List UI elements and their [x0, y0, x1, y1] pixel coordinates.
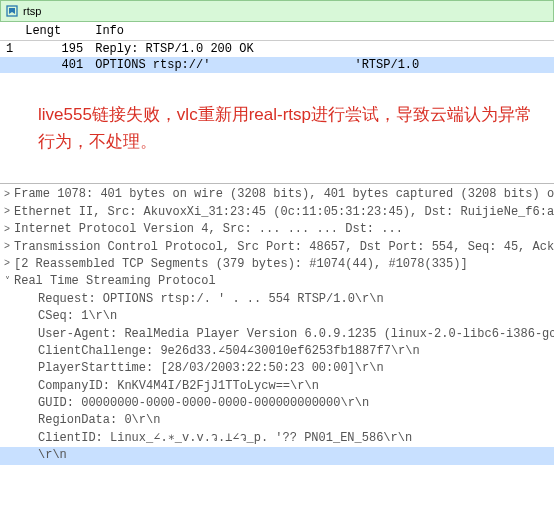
tree-branch[interactable]: >Frame 1078: 401 bytes on wire (3208 bit… [0, 186, 554, 203]
tree-text: Request: OPTIONS rtsp:/. ' . .. 554 RTSP… [14, 291, 554, 308]
packet-info: OPTIONS rtsp://' 'RTSP/1.0 [89, 57, 554, 73]
display-filter-input[interactable] [23, 5, 549, 17]
chevron-down-icon[interactable]: ˅ [0, 275, 14, 290]
packet-list-table: Lengt Info 1195Reply: RTSP/1.0 200 OK401… [0, 22, 554, 73]
tree-leaf[interactable]: PlayerStarttime: [28/03/2003:22:50:23 00… [0, 360, 554, 377]
tree-leaf[interactable]: RegionData: 0\r\n [0, 412, 554, 429]
tree-text: ClientID: Linux_∠.∗_v.v.ว.⊥∠ว_p. '?? PN0… [14, 430, 554, 447]
tree-text: Internet Protocol Version 4, Src: ... ..… [14, 221, 554, 238]
tree-text: GUID: 00000000-0000-0000-0000-0000000000… [14, 395, 554, 412]
tree-leaf[interactable]: Request: OPTIONS rtsp:/. ' . .. 554 RTSP… [0, 291, 554, 308]
chevron-right-icon[interactable]: > [0, 240, 14, 255]
tree-branch[interactable]: ˅Real Time Streaming Protocol [0, 273, 554, 290]
tree-leaf[interactable]: ClientID: Linux_∠.∗_v.v.ว.⊥∠ว_p. '?? PN0… [0, 430, 554, 447]
chevron-right-icon[interactable]: > [0, 205, 14, 220]
tree-leaf[interactable]: CompanyID: KnKV4M4I/B2FjJ1TToLycw==\r\n [0, 378, 554, 395]
packet-index [0, 57, 19, 73]
tree-branch[interactable]: >[2 Reassembled TCP Segments (379 bytes)… [0, 256, 554, 273]
tree-text: RegionData: 0\r\n [14, 412, 554, 429]
tree-leaf[interactable]: ClientChallenge: 9e26d33.∠504∠30010ef625… [0, 343, 554, 360]
tree-text: ClientChallenge: 9e26d33.∠504∠30010ef625… [14, 343, 554, 360]
tree-branch[interactable]: >Ethernet II, Src: AkuvoxXi_31:23:45 (0c… [0, 204, 554, 221]
tree-text: PlayerStarttime: [28/03/2003:22:50:23 00… [14, 360, 554, 377]
packet-details-tree: >Frame 1078: 401 bytes on wire (3208 bit… [0, 184, 554, 466]
tree-leaf[interactable]: GUID: 00000000-0000-0000-0000-0000000000… [0, 395, 554, 412]
packet-length: 195 [19, 41, 89, 58]
user-annotation-text: live555链接失败，vlc重新用real-rtsp进行尝试，导致云端认为异常… [0, 73, 554, 183]
packet-index: 1 [0, 41, 19, 58]
tree-text: \r\n [14, 447, 554, 464]
packet-info: Reply: RTSP/1.0 200 OK [89, 41, 554, 58]
tree-leaf[interactable]: CSeq: 1\r\n [0, 308, 554, 325]
packet-list-header-row: Lengt Info [0, 22, 554, 41]
chevron-right-icon[interactable]: > [0, 257, 14, 272]
tree-text: User-Agent: RealMedia Player Version 6.0… [14, 326, 554, 343]
tree-leaf[interactable]: \r\n [0, 447, 554, 464]
packet-row[interactable]: 1195Reply: RTSP/1.0 200 OK [0, 41, 554, 58]
display-filter-bar[interactable] [0, 0, 554, 22]
bookmark-icon[interactable] [5, 4, 19, 18]
tree-text: CSeq: 1\r\n [14, 308, 554, 325]
col-index[interactable] [0, 22, 19, 41]
tree-text: Real Time Streaming Protocol [14, 273, 554, 290]
tree-text: Transmission Control Protocol, Src Port:… [14, 239, 554, 256]
chevron-right-icon[interactable]: > [0, 188, 14, 203]
tree-text: Ethernet II, Src: AkuvoxXi_31:23:45 (0c:… [14, 204, 554, 221]
tree-text: CompanyID: KnKV4M4I/B2FjJ1TToLycw==\r\n [14, 378, 554, 395]
col-info[interactable]: Info [89, 22, 554, 41]
tree-branch[interactable]: >Internet Protocol Version 4, Src: ... .… [0, 221, 554, 238]
packet-row[interactable]: 401OPTIONS rtsp://' 'RTSP/1.0 [0, 57, 554, 73]
tree-leaf[interactable]: User-Agent: RealMedia Player Version 6.0… [0, 326, 554, 343]
chevron-right-icon[interactable]: > [0, 223, 14, 238]
col-length[interactable]: Lengt [19, 22, 89, 41]
tree-text: Frame 1078: 401 bytes on wire (3208 bits… [14, 186, 554, 203]
tree-branch[interactable]: >Transmission Control Protocol, Src Port… [0, 239, 554, 256]
packet-length: 401 [19, 57, 89, 73]
tree-text: [2 Reassembled TCP Segments (379 bytes):… [14, 256, 554, 273]
